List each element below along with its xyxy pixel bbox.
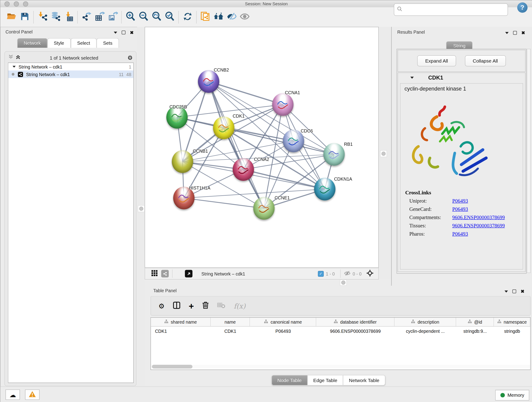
tab-sets[interactable]: Sets <box>97 38 119 48</box>
network-collection-row[interactable]: String Network – cdk1 1 <box>8 63 133 70</box>
edge-HIST1H1A-CCNE1[interactable] <box>184 198 264 208</box>
apply-style-refresh-button[interactable] <box>181 11 194 24</box>
float-panel-icon[interactable] <box>505 32 509 34</box>
crosslink-link[interactable]: P06493 <box>452 206 468 212</box>
zoom-out-button[interactable] <box>137 11 150 24</box>
zoom-in-button[interactable] <box>124 11 137 24</box>
hide-panels-button[interactable] <box>225 11 238 24</box>
network-canvas[interactable]: CCNB2CCNA1CDC25BCDK1CDC6RB1CCNB1CCNA2CDK… <box>145 27 379 268</box>
tab-network[interactable]: Network <box>17 38 47 48</box>
node-CCNE1[interactable] <box>253 197 275 220</box>
results-scrollbar[interactable] <box>527 49 531 273</box>
right-splitter-handle[interactable] <box>380 150 387 157</box>
table-horizontal-scrollbar[interactable] <box>151 365 530 369</box>
grid-view-icon[interactable] <box>151 270 158 278</box>
column-header-database-identifier[interactable]: database identifier <box>316 318 394 326</box>
zoom-fit-button[interactable] <box>150 11 163 24</box>
crosslink-link[interactable]: 9606.ENSP00000378699 <box>452 223 505 229</box>
import-table-button[interactable] <box>62 11 75 24</box>
scrollbar-thumb[interactable] <box>152 365 192 369</box>
table-cell[interactable]: cyclin-dependent ... <box>394 327 456 336</box>
expand-all-button[interactable]: Expand All <box>417 56 456 66</box>
node-CDKN1A[interactable] <box>314 178 336 201</box>
function-builder-button[interactable]: f(x) <box>234 302 245 310</box>
table-cell[interactable]: CDK1 <box>151 327 211 336</box>
birdseye-navigator-icon[interactable] <box>185 270 192 278</box>
column-header-namespace[interactable]: namespace <box>494 318 530 326</box>
column-header-shared-name[interactable]: shared name <box>151 318 211 326</box>
table-row[interactable]: CDK1CDK1P064939606.ENSP00000378699cyclin… <box>151 327 530 336</box>
column-header-description[interactable]: description <box>394 318 456 326</box>
import-network-from-database-button[interactable] <box>49 11 62 24</box>
tab-select[interactable]: Select <box>70 38 96 48</box>
left-splitter-handle[interactable] <box>138 205 145 212</box>
close-panel-icon[interactable]: ✖ <box>521 31 525 35</box>
close-panel-icon[interactable]: ✖ <box>521 289 525 294</box>
tab-style[interactable]: Style <box>47 38 70 48</box>
table-cell[interactable]: stringdb:9... <box>456 327 494 336</box>
delete-column-icon[interactable] <box>202 301 209 311</box>
export-network-button[interactable] <box>80 11 93 24</box>
fit-selected-crosshair-icon[interactable] <box>366 269 374 278</box>
network-view-icon[interactable] <box>161 270 169 278</box>
help-button[interactable]: ? <box>517 2 528 13</box>
collapse-all-button[interactable]: Collapse All <box>465 56 506 66</box>
selected-checkbox[interactable]: ✓ <box>318 271 324 277</box>
close-panel-icon[interactable]: ✖ <box>130 30 133 35</box>
export-image-button[interactable] <box>106 11 119 24</box>
zoom-selected-button[interactable] <box>163 11 177 24</box>
section-expander-icon[interactable] <box>410 77 414 79</box>
warnings-button[interactable] <box>25 390 40 400</box>
crosslink-link[interactable]: P06493 <box>452 198 468 204</box>
left-splitter[interactable] <box>137 27 145 386</box>
node-CDK1[interactable] <box>213 117 234 139</box>
float-panel-icon[interactable] <box>114 32 117 33</box>
cloud-status-button[interactable]: ☁ <box>6 390 20 400</box>
table-splitter-handle[interactable] <box>340 280 347 286</box>
edge-CCNA2-CDKN1A[interactable] <box>243 170 325 189</box>
node-CCNA1[interactable] <box>272 93 293 116</box>
collection-expander-icon[interactable] <box>13 66 16 68</box>
share-document-button[interactable] <box>199 11 212 24</box>
crosslink-link[interactable]: 9606.ENSP00000378699 <box>452 215 505 220</box>
delete-table-icon[interactable] <box>217 302 225 310</box>
tab-node-table[interactable]: Node Table <box>272 375 307 385</box>
column-header-canonical-name[interactable]: canonical name <box>250 318 316 326</box>
right-splitter[interactable] <box>379 27 391 280</box>
node-CCNB1[interactable] <box>172 150 193 173</box>
save-session-button[interactable] <box>18 11 32 24</box>
node-CCNB2[interactable] <box>198 70 219 93</box>
search-box[interactable] <box>394 3 508 16</box>
home-button[interactable] <box>212 11 225 24</box>
tab-edge-table[interactable]: Edge Table <box>307 375 343 385</box>
node-CCNA2[interactable] <box>233 158 254 181</box>
table-cell[interactable]: 9606.ENSP00000378699 <box>316 327 394 336</box>
column-header-name[interactable]: name <box>210 318 250 326</box>
memory-button[interactable]: Memory <box>495 390 530 401</box>
float-panel-icon[interactable] <box>505 290 508 293</box>
network-options-gear-icon[interactable]: ⚙ <box>127 55 133 61</box>
hidden-eye-icon[interactable] <box>344 270 351 277</box>
table-cell[interactable]: CDK1 <box>210 327 250 336</box>
import-network-button[interactable] <box>36 11 49 24</box>
crosslink-link[interactable]: P06493 <box>452 231 468 237</box>
table-cell[interactable]: stringdb <box>494 327 530 336</box>
node-RB1[interactable] <box>323 143 345 166</box>
show-panels-button[interactable] <box>238 11 251 24</box>
network-row[interactable]: String Network – cdk1 11 48 <box>8 70 133 78</box>
maximize-panel-icon[interactable] <box>513 289 516 293</box>
tab-network-table[interactable]: Network Table <box>343 375 385 385</box>
open-session-button[interactable] <box>5 11 18 24</box>
maximize-panel-icon[interactable] <box>122 31 126 35</box>
export-table-button[interactable] <box>93 11 106 24</box>
collapse-all-networks-icon[interactable] <box>8 54 13 61</box>
expand-all-networks-icon[interactable] <box>16 54 21 61</box>
gene-section-header[interactable]: CDK1 <box>398 73 525 83</box>
maximize-panel-icon[interactable] <box>513 31 517 35</box>
edge-CCNB2-CCNA1[interactable] <box>209 82 283 105</box>
search-input[interactable] <box>405 5 508 15</box>
table-options-gear-icon[interactable]: ⚙ <box>158 302 165 309</box>
node-table[interactable]: shared namenamecanonical namedatabase id… <box>151 317 531 370</box>
table-cell[interactable]: P06493 <box>250 327 316 336</box>
show-columns-icon[interactable] <box>173 301 180 310</box>
